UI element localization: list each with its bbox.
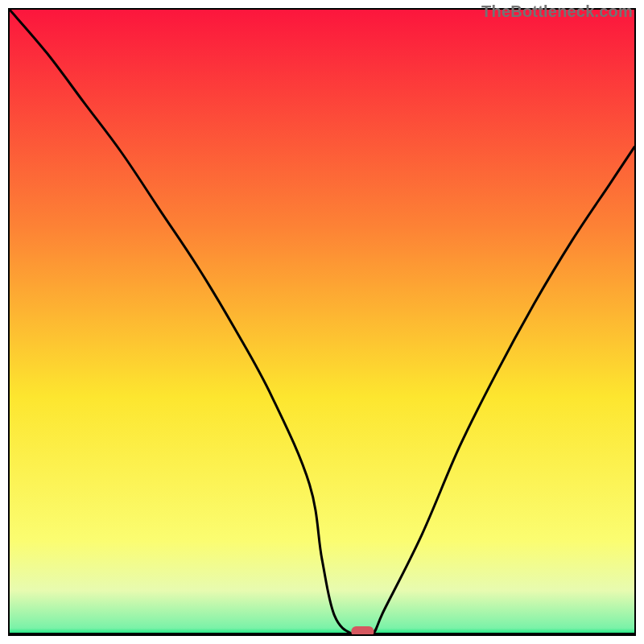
plot-area: [8, 8, 636, 636]
chart-container: TheBottleneck.com: [0, 0, 644, 644]
chart-svg: [10, 10, 634, 634]
gradient-background: [10, 10, 634, 634]
watermark-label: TheBottleneck.com: [481, 2, 633, 21]
bottleneck-point-marker: [351, 626, 374, 634]
